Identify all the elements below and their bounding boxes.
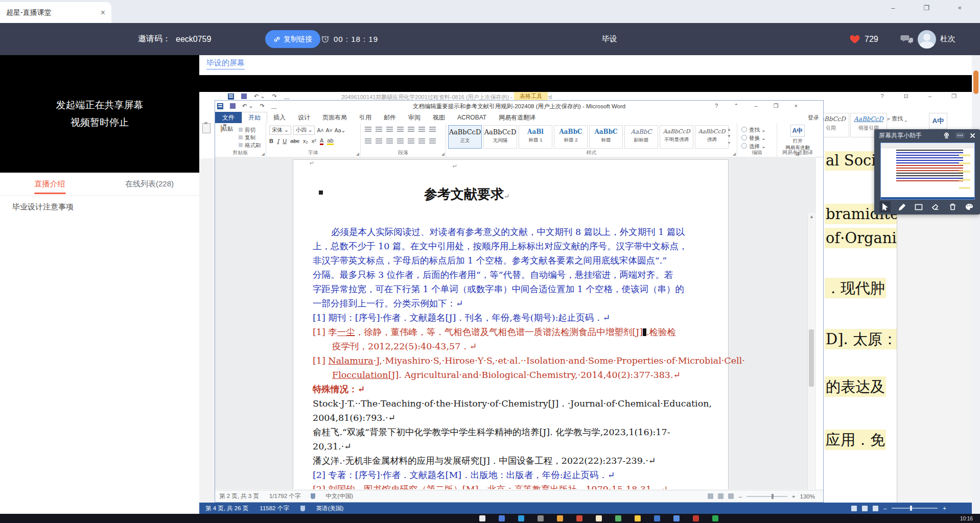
ribbon-tab-0[interactable]: 文件 bbox=[215, 112, 242, 123]
inner-word-window-controls[interactable]: ? ⌃ – ❐ × bbox=[715, 103, 805, 109]
font-button-2[interactable]: U bbox=[283, 138, 287, 144]
redo-icon[interactable]: ↷ bbox=[272, 93, 277, 100]
helper-titlebar[interactable]: 屏幕共享小助手 bbox=[874, 129, 980, 141]
ribbon-tab-1[interactable]: 开始 bbox=[242, 112, 267, 123]
print-layout-icon[interactable] bbox=[718, 493, 724, 499]
pen-tool-icon[interactable] bbox=[896, 201, 907, 212]
style-4[interactable]: AaBbC标题 bbox=[589, 125, 623, 149]
ribbon-tab-8[interactable]: 视图 bbox=[427, 112, 451, 123]
font-button-0[interactable]: B bbox=[269, 138, 273, 144]
style-6[interactable]: AaBbCcD不明显强调 bbox=[660, 125, 693, 149]
save-icon[interactable] bbox=[241, 93, 247, 99]
taskbar-app-icon-0[interactable] bbox=[479, 515, 485, 521]
language-indicator[interactable]: 英语(美国) bbox=[316, 505, 344, 512]
browser-tab[interactable]: 超星-直播课堂 × bbox=[0, 2, 111, 23]
style-5[interactable]: AaBbC副标题 bbox=[624, 125, 658, 149]
table-tools-tab[interactable]: 表格工具 bbox=[514, 92, 548, 101]
dialog-launcher-icon[interactable]: ◢ bbox=[441, 152, 445, 156]
gallery-scroll-arrows[interactable]: ▲▼▾ bbox=[726, 126, 733, 146]
read-mode-icon[interactable] bbox=[708, 493, 713, 499]
like-counter[interactable]: 729 bbox=[849, 23, 878, 55]
font-name-select[interactable]: 宋体 ⌄ bbox=[269, 126, 291, 135]
font-button-3[interactable]: abc bbox=[290, 138, 299, 144]
ribbon-tab-9[interactable]: ACROBAT bbox=[451, 112, 493, 123]
sign-in-link[interactable]: 登录 bbox=[808, 114, 819, 122]
taskbar-app-icon-5[interactable] bbox=[576, 515, 582, 521]
ribbon-tab-7[interactable]: 审阅 bbox=[402, 112, 427, 123]
outer-style-quote[interactable]: AaBbCcD 引用 bbox=[824, 113, 849, 137]
word-count[interactable]: 11582 个字 bbox=[260, 505, 289, 512]
ribbon-tab-4[interactable]: 页面布局 bbox=[316, 112, 353, 123]
ribbon-tab-3[interactable]: 设计 bbox=[292, 112, 316, 123]
font-button-1[interactable]: I bbox=[277, 138, 279, 145]
more-icon[interactable] bbox=[955, 132, 965, 138]
clipboard-item-1[interactable]: 复制 bbox=[239, 134, 261, 141]
dialog-launcher-icon[interactable]: ◢ bbox=[356, 152, 359, 156]
highlight-color-icon[interactable]: ab bbox=[327, 137, 333, 145]
taskbar-app-icon-1[interactable] bbox=[499, 515, 505, 521]
change-case-icon[interactable]: Aa⌄ bbox=[335, 127, 346, 133]
undo-icon[interactable]: ↶ ⌄ bbox=[254, 93, 265, 100]
grow-font-icon[interactable]: A˄ bbox=[317, 127, 323, 133]
taskbar-app-icon-11[interactable] bbox=[693, 515, 699, 521]
taskbar-app-icon-12[interactable] bbox=[712, 515, 718, 521]
chat-button[interactable] bbox=[900, 23, 914, 55]
rectangle-tool-icon[interactable] bbox=[913, 201, 924, 212]
webcam-icon[interactable] bbox=[943, 132, 950, 139]
taskbar-app-icon-6[interactable] bbox=[596, 515, 602, 521]
style-0[interactable]: AaBbCcD正文 bbox=[448, 125, 482, 149]
qat-customize-icon[interactable]: ⸏ bbox=[284, 93, 290, 100]
zoom-out-icon[interactable]: – bbox=[883, 505, 886, 511]
ribbon-tab-5[interactable]: 引用 bbox=[353, 112, 378, 123]
scroll-up-icon[interactable]: ▲ bbox=[808, 214, 815, 219]
page-indicator[interactable]: 第 4 页, 共 26 页 bbox=[205, 505, 248, 512]
outer-word-qat[interactable]: ↶ ⌄ ↷ ⸏ bbox=[228, 93, 290, 100]
scrollbar-thumb[interactable] bbox=[809, 329, 814, 387]
style-7[interactable]: AaBbCcD强调 bbox=[695, 125, 729, 149]
shared-screen-link[interactable]: 毕设的屏幕 bbox=[206, 58, 245, 69]
outer-translate-icon[interactable]: A中 bbox=[929, 113, 947, 129]
shrink-font-icon[interactable]: A˅ bbox=[326, 127, 333, 133]
copy-link-button[interactable]: 复制链接 bbox=[265, 30, 320, 48]
paste-button[interactable]: 粘贴 bbox=[218, 125, 236, 150]
tab-online-list[interactable]: 在线列表(228) bbox=[100, 173, 199, 195]
document-page[interactable]: ↵ ↵ 参考文献要求↵ 必须是本人实际阅读过、对读者有参考意义的文献，中文期刊 … bbox=[293, 159, 729, 489]
paragraph-buttons-row2[interactable] bbox=[365, 138, 436, 144]
taskbar-app-icon-4[interactable] bbox=[557, 515, 563, 521]
ribbon-tab-2[interactable]: 插入 bbox=[267, 112, 292, 123]
font-button-4[interactable]: x₂ bbox=[303, 138, 308, 144]
taskbar-app-icon-9[interactable] bbox=[654, 515, 660, 521]
paragraph-buttons-row1[interactable] bbox=[365, 127, 436, 132]
taskbar-app-icon-10[interactable] bbox=[673, 515, 680, 521]
window-controls[interactable]: – ❐ × bbox=[891, 4, 975, 12]
eraser-tool-icon[interactable] bbox=[930, 201, 941, 212]
table-handle[interactable] bbox=[319, 191, 323, 195]
print-layout-icon[interactable] bbox=[862, 506, 868, 511]
proofing-icon[interactable] bbox=[300, 506, 305, 511]
font-button-5[interactable]: x² bbox=[312, 138, 316, 144]
zoom-in-icon[interactable]: + bbox=[943, 505, 946, 511]
style-2[interactable]: AaBl标题 1 bbox=[519, 125, 552, 149]
palette-tool-icon[interactable] bbox=[964, 201, 975, 212]
proofing-icon[interactable] bbox=[311, 493, 315, 499]
taskbar-app-icon-8[interactable] bbox=[635, 515, 641, 521]
web-layout-icon[interactable] bbox=[728, 493, 734, 499]
zoom-slider[interactable] bbox=[746, 496, 787, 497]
ribbon-tab-10[interactable]: 网易有道翻译 bbox=[493, 112, 542, 123]
edit-item-1[interactable]: 替换 ⌄ bbox=[741, 134, 766, 142]
page-scrollbar[interactable] bbox=[972, 55, 980, 515]
scrollbar-thumb[interactable] bbox=[973, 70, 978, 94]
style-1[interactable]: AaBbCcD无间隔 bbox=[483, 125, 517, 149]
web-layout-icon[interactable] bbox=[873, 506, 878, 511]
outer-word-window-controls[interactable]: ? ⊡ – ❐ bbox=[881, 93, 966, 100]
close-icon[interactable] bbox=[970, 133, 975, 138]
language-indicator[interactable]: 中文(中国) bbox=[325, 492, 353, 500]
edit-item-0[interactable]: 查找 ⌄ bbox=[741, 126, 766, 134]
taskbar-app-icon-7[interactable] bbox=[615, 515, 621, 521]
zoom-in-icon[interactable]: + bbox=[792, 493, 796, 500]
ribbon-tab-6[interactable]: 邮件 bbox=[378, 112, 402, 123]
document-scrollbar[interactable]: ▲ bbox=[807, 213, 815, 489]
word-count[interactable]: 1/1792 个字 bbox=[269, 492, 300, 500]
trash-tool-icon[interactable] bbox=[947, 201, 958, 212]
taskbar-clock[interactable]: 10:16 bbox=[960, 516, 973, 521]
